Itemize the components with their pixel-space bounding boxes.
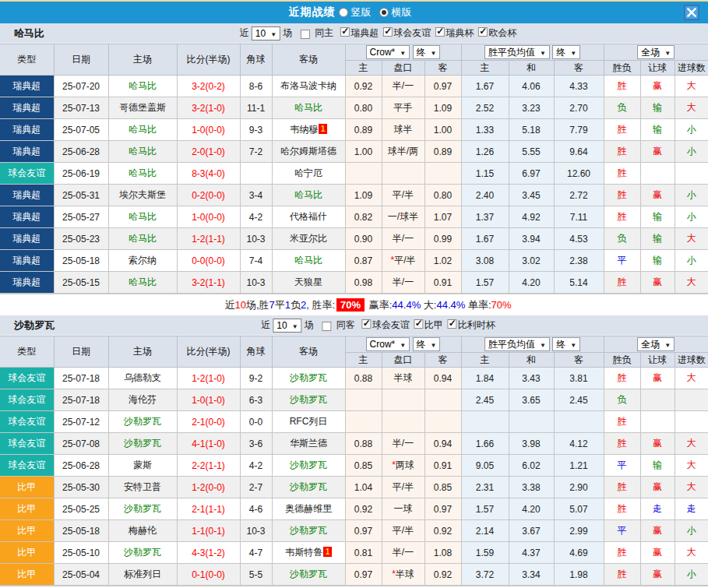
col-header-corner: 角球 [240,44,272,76]
close-button[interactable] [684,5,699,20]
header-label: 终 [417,46,426,59]
dropdown-arrow-icon [431,339,437,350]
asian-away-odds-cell: 0.91 [424,272,461,294]
euro-final-select[interactable]: 终 [552,337,580,351]
match-result-cell: 平 [604,520,640,542]
header-label: 全场 [641,46,660,59]
date-cell: 25-07-18 [54,389,108,411]
layout-radio-vertical[interactable]: 竖版 [339,5,372,19]
handicap-result-cell: 输 [640,97,675,119]
team-name: 沙勒罗瓦 [14,315,55,335]
summary-segment: 胜 [259,298,269,312]
corner-cell: 9-3 [240,119,272,141]
asian-home-odds-cell: 0.98 [345,272,382,294]
away-team-cell: 哈马比 [272,250,345,272]
goals-result-cell: 大 [675,455,708,477]
popup-recent-results: 近期战绩 竖版横版 哈马比 近 10 场 同主 瑞典超球会友谊瑞典杯欧会杯 [0,0,708,588]
home-team-cell: 哈马比 [108,141,177,163]
league-checkbox[interactable] [448,319,457,329]
goals-result-cell: 大 [675,542,708,564]
scope-select[interactable]: 全场 [637,45,675,59]
match-row: 瑞典超25-07-20哈马比3-2(0-2)8-6布洛马波卡纳0.92半/一0.… [0,76,708,97]
league-cell: 瑞典超 [0,185,54,206]
euro-final-select[interactable]: 终 [552,45,580,59]
dropdown-arrow-icon [270,28,277,39]
asian-away-odds-cell: 0.85 [424,477,461,498]
league-checkbox[interactable] [383,27,393,37]
asian-final-select[interactable]: 终 [413,337,441,351]
scope-select[interactable]: 全场 [637,337,675,351]
asian-company-select[interactable]: Crow* [366,337,410,351]
asian-company-select[interactable]: Crow* [366,45,410,59]
match-count-select[interactable]: 10 [273,319,301,333]
match-result-cell: 胜 [604,542,640,564]
score-cell: 8-3(4-0) [177,163,240,185]
league-checkbox[interactable] [435,27,445,37]
result-group-header: 全场 [604,44,708,61]
league-checkbox[interactable] [414,319,424,329]
away-team-cell: 沙勒罗瓦 [272,564,345,586]
handicap-cell [382,163,424,185]
match-result-cell: 胜 [604,411,640,433]
handicap-cell: 半/一 [382,76,424,97]
euro-draw-odds-cell: 4.20 [509,272,554,294]
asian-home-odds-cell: 0.88 [345,433,382,455]
handicap-result-cell: 输 [640,250,675,272]
asian-home-odds-cell [345,163,382,185]
away-team-name: 沙勒罗瓦 [290,525,327,536]
date-cell: 25-06-19 [54,163,108,185]
goals-result-cell: 大 [675,228,708,250]
away-team-name: 沙勒罗瓦 [290,569,327,579]
euro-home-odds-cell: 9.05 [461,455,509,477]
date-cell: 25-06-28 [54,141,108,163]
home-team-name: 蒙斯 [133,459,152,470]
header-label: 角球 [247,54,266,65]
euro-draw-odds-cell: 4.06 [509,76,554,97]
layout-radio-group: 竖版横版 [339,5,420,19]
euro-away-odds-cell: 2.70 [554,97,604,119]
date-cell: 25-07-13 [54,97,108,119]
euro-draw-odds-cell: 3.67 [509,520,554,542]
team-bar: 沙勒罗瓦 近 10 场 同客 球会友谊比甲比利时杯 [0,315,708,336]
table-header: 类型 日期 主场 比分(半场) 角球 客场 Crow* 终 胜平负均值 终 [0,44,708,76]
league-checkbox[interactable] [478,27,488,37]
euro-odds-select[interactable]: 胜平负均值 [484,45,550,59]
header-label: Crow* [370,339,396,350]
away-team-cell: 哈马比 [272,97,345,119]
home-team-cell: 哈马比 [108,163,177,185]
away-team-cell: 沙勒罗瓦 [272,389,345,411]
header-label: 客场 [299,346,318,357]
red-card-badge: 1 [319,124,326,134]
asian-away-odds-cell: 1.08 [424,542,461,564]
league-checkbox[interactable] [340,27,350,37]
league-checkbox[interactable] [362,319,372,329]
date-cell: 25-06-28 [54,455,108,477]
away-team-name: 沙勒罗瓦 [290,459,327,470]
date-cell: 25-07-05 [54,119,108,141]
euro-odds-select[interactable]: 胜平负均值 [484,337,550,351]
asian-home-odds-cell: 0.82 [345,206,382,228]
date-cell: 25-05-27 [54,206,108,228]
asian-final-select[interactable]: 终 [413,45,441,59]
match-row: 球会友谊25-07-12沙勒罗瓦2-1(0-0)0-0RFC列日胜 [0,411,708,433]
sub-col-header: 盘口 [382,353,424,368]
header-label: 主场 [133,346,152,357]
match-row: 球会友谊25-07-18乌德勒支1-2(1-0)9-2沙勒罗瓦0.88半球0.9… [0,368,708,389]
euro-home-odds-cell: 1.67 [461,76,509,97]
col-header-date: 日期 [54,336,108,368]
asian-home-odds-cell: 0.81 [345,542,382,564]
euro-home-odds-cell: 3.72 [461,564,509,586]
score-cell: 3-2(0-2) [177,76,240,97]
same-venue-checkbox[interactable] [301,30,310,39]
match-count-select[interactable]: 10 [252,26,280,40]
col-header-type: 类型 [0,44,54,76]
match-result-cell: 负 [604,97,640,119]
summary-row: 近10场,胜7平1负2, 胜率:70% 赢率:44.4% 大:44.4% 单率:… [0,294,708,315]
header-label: 胜平负均值 [488,46,535,59]
euro-away-odds-cell: 7.79 [554,119,604,141]
league-checkbox-label: 瑞典杯 [446,27,474,38]
layout-radio-horizontal[interactable]: 横版 [379,5,412,19]
same-venue-checkbox[interactable] [322,322,332,331]
dropdown-arrow-icon [431,47,437,58]
handicap-result-cell: 输 [640,206,675,228]
